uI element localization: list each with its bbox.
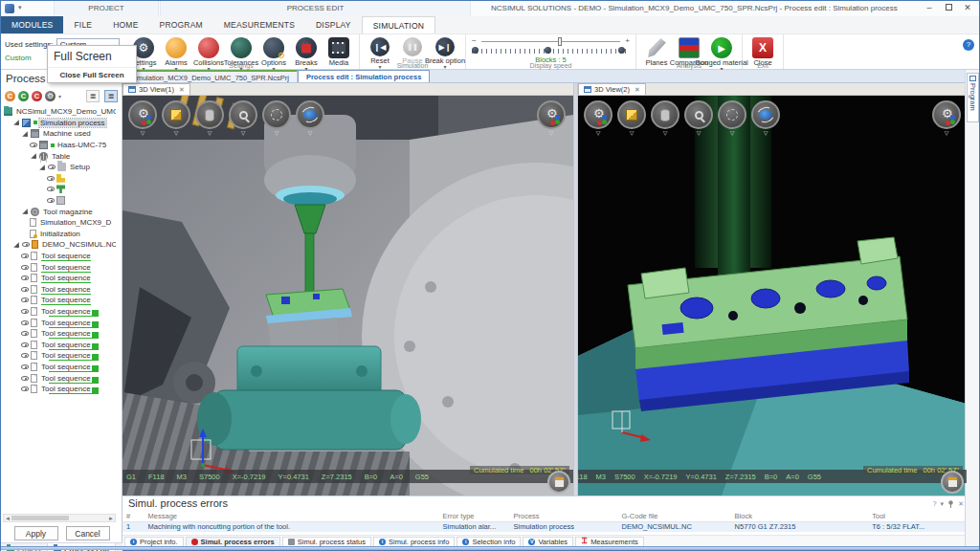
column-header-error-type[interactable]: Error type: [439, 511, 510, 521]
tree-item-tool-sequence[interactable]: Tool sequence: [1, 284, 116, 296]
list-view-button[interactable]: ≣: [86, 90, 100, 102]
pin-icon[interactable]: [947, 500, 954, 508]
expand-green-button[interactable]: C: [18, 91, 29, 101]
eye-visibility-icon[interactable]: [30, 143, 37, 147]
tree-item-demo-ncsimul-nc[interactable]: DEMO_NCSIMUL.NC: [1, 239, 116, 251]
horizontal-scrollbar[interactable]: ◄ ►: [3, 514, 116, 522]
slider-track[interactable]: [481, 41, 620, 42]
column-header-g-code-file[interactable]: G-Code file: [617, 511, 730, 521]
column-header-message[interactable]: Message: [145, 511, 439, 521]
tree-item-machine-used[interactable]: Machine used: [1, 128, 116, 140]
panel-menu-icon[interactable]: ▾: [941, 496, 945, 511]
program-side-tab[interactable]: Program: [967, 73, 979, 122]
tree-item-tool-sequence[interactable]: Tool sequence: [1, 251, 116, 262]
minimize-button[interactable]: –: [920, 1, 939, 15]
orbit-view-button[interactable]: ▽: [751, 100, 780, 136]
cancel-button[interactable]: Cancel: [66, 526, 110, 540]
menu-item-close-full-screen[interactable]: Close Full Screen: [48, 67, 136, 82]
eye-visibility-icon[interactable]: [48, 165, 56, 169]
scroll-right-icon[interactable]: ►: [108, 516, 114, 521]
tree-item[interactable]: [1, 184, 116, 195]
scroll-thumb[interactable]: [11, 516, 69, 520]
eye-visibility-icon[interactable]: [21, 342, 29, 347]
panel-help-icon[interactable]: ?: [933, 496, 937, 511]
tree-item-table[interactable]: Table: [1, 150, 116, 162]
tree-item-simulation-process[interactable]: Simulation process: [1, 118, 116, 129]
config-view-button[interactable]: ▽: [584, 100, 612, 136]
tree-item-tool-sequence[interactable]: Tool sequence: [1, 295, 116, 306]
eye-visibility-icon[interactable]: [47, 176, 55, 181]
tree-item-tool-sequence[interactable]: Tool sequence: [1, 339, 116, 350]
doc-tab-simulation-mcx9-demo-umc-750-s[interactable]: Simulation_MCX9_Demo_UMC_750_SPR.NcsPrj: [122, 70, 298, 82]
view1-display-config-button[interactable]: ▽: [537, 100, 566, 136]
eye-visibility-icon[interactable]: [21, 309, 29, 314]
eye-visibility-icon[interactable]: [21, 376, 29, 381]
doc-tab-process-edit-simulation-proces[interactable]: Process edit : Simulation process: [298, 70, 430, 82]
title-bar[interactable]: ▾ PROJECT PROCESS EDIT NCSIMUL SOLUTIONS…: [1, 1, 979, 16]
view1-tab[interactable]: 3D View(1) ✕: [122, 83, 190, 95]
cube-view-button[interactable]: ▽: [162, 100, 190, 136]
tree-item-haas-umc-75[interactable]: Haas-UMC-75: [1, 140, 116, 151]
eye-visibility-icon[interactable]: [21, 386, 29, 391]
eye-visibility-icon[interactable]: [47, 187, 55, 191]
tree-item-tool-sequence[interactable]: Tool sequence: [1, 261, 116, 273]
machine-3d-viewport[interactable]: ▽▽▽▽▽▽ ▽ G1F118M3S7500X=-0.7219Y=0.4731Z…: [122, 96, 573, 496]
display-speed-slider[interactable]: − +: [476, 37, 626, 46]
ribbon-tab-display[interactable]: DISPLAY: [305, 16, 362, 33]
ribbon-tab-file[interactable]: FILE: [63, 16, 102, 33]
zoom-view-button[interactable]: ▽: [229, 100, 257, 136]
tree-item[interactable]: [1, 173, 116, 185]
scroll-left-icon[interactable]: ◄: [5, 516, 11, 521]
tree-item-tool-sequence[interactable]: Tool sequence: [1, 328, 116, 340]
column-header-tool[interactable]: Tool: [868, 511, 967, 521]
eye-visibility-icon[interactable]: [21, 287, 29, 292]
tree-item-tool-sequence[interactable]: Tool sequence: [1, 372, 116, 384]
tree-item-simulation-mcx9-d[interactable]: Simulation_MCX9_D: [1, 217, 116, 229]
tree-item-tool-sequence[interactable]: Tool sequence: [1, 362, 116, 373]
column-header-[interactable]: #: [122, 511, 145, 521]
cyl-view-button[interactable]: ▽: [651, 100, 679, 136]
expander-icon[interactable]: [39, 165, 45, 170]
ribbon-tab-program[interactable]: PROGRAM: [149, 16, 213, 33]
collapse-orange-button[interactable]: C: [5, 91, 15, 101]
quick-access-dropdown-icon[interactable]: ▾: [18, 4, 22, 11]
error-row[interactable]: 1Machining with noncutting portion of th…: [122, 521, 967, 532]
close-view-icon[interactable]: ✕: [635, 86, 640, 94]
view2-tab[interactable]: 3D View(2) ✕: [578, 83, 646, 95]
column-header-process[interactable]: Process: [510, 511, 618, 521]
menu-item-full-screen[interactable]: Full Screen: [48, 46, 136, 67]
part-3d-viewport[interactable]: ▽▽▽▽▽▽ ▽ G1F118M3S7500X=-0.7219Y=0.4731Z…: [578, 96, 967, 496]
tree-item-tool-sequence[interactable]: Tool sequence: [1, 384, 116, 395]
eye-visibility-icon[interactable]: [21, 320, 29, 325]
slider-thumb[interactable]: [558, 37, 562, 46]
machine-view-button[interactable]: [547, 471, 570, 494]
slider-minus-icon[interactable]: −: [472, 36, 477, 45]
eye-visibility-icon[interactable]: [47, 198, 55, 203]
orbit-view-button[interactable]: ▽: [296, 100, 324, 136]
tree-settings-button[interactable]: ⚙: [45, 91, 56, 101]
tree-item-tool-sequence[interactable]: Tool sequence: [1, 306, 116, 318]
collapse-red-button[interactable]: C: [32, 91, 42, 101]
eye-visibility-icon[interactable]: [21, 253, 29, 258]
detail-view-button[interactable]: ≣: [104, 90, 118, 102]
eye-visibility-icon[interactable]: [21, 298, 29, 302]
machine-view-button[interactable]: [941, 471, 964, 494]
ribbon-tab-measurements[interactable]: MEASUREMENTS: [213, 16, 305, 33]
tree-item-setup[interactable]: Setup: [1, 162, 116, 173]
eye-visibility-icon[interactable]: [22, 242, 30, 247]
tree-item-tool-sequence[interactable]: Tool sequence: [1, 273, 116, 284]
tree-item-tool-sequence[interactable]: Tool sequence: [1, 350, 116, 362]
close-view-icon[interactable]: ✕: [179, 86, 185, 94]
eye-visibility-icon[interactable]: [21, 265, 29, 270]
select-view-button[interactable]: ▽: [718, 100, 746, 136]
tree-item-tool-sequence[interactable]: Tool sequence: [1, 317, 116, 328]
select-view-button[interactable]: ▽: [262, 100, 291, 136]
zoom-view-button[interactable]: ▽: [684, 100, 713, 136]
app-icon[interactable]: [5, 4, 14, 13]
apply-button[interactable]: Apply: [14, 526, 58, 540]
view2-display-config-button[interactable]: ▽: [932, 100, 961, 136]
tree-item-ncsimul-mcx9-demo-umc-750[interactable]: NCSimul_MCX9_Demo_UMC_750: [1, 106, 116, 118]
cube-view-button[interactable]: ▽: [617, 100, 646, 136]
close-window-button[interactable]: ✕: [958, 1, 977, 15]
expander-icon[interactable]: [13, 121, 19, 126]
